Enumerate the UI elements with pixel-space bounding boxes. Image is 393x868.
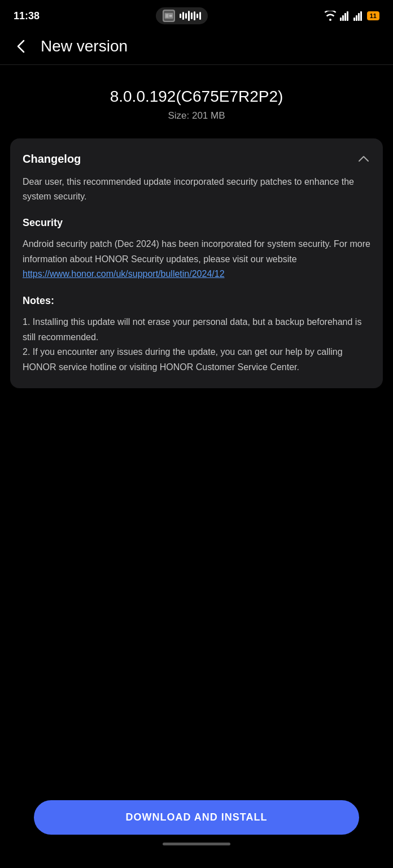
svg-rect-2 xyxy=(165,14,168,18)
svg-rect-9 xyxy=(356,15,357,21)
battery-icon: 11 xyxy=(367,11,379,20)
svg-rect-10 xyxy=(358,13,360,21)
security-section-title: Security xyxy=(23,217,370,229)
notes-section-title: Notes: xyxy=(23,295,370,307)
version-section: 8.0.0.192(C675E7R2P2) Size: 201 MB xyxy=(0,65,393,138)
notes-text: 1. Installing this update will not erase… xyxy=(23,315,370,375)
svg-rect-11 xyxy=(360,11,362,21)
status-avatar xyxy=(163,10,175,22)
wifi-icon xyxy=(324,11,337,21)
status-bar: 11:38 xyxy=(0,0,393,28)
changelog-card: Changelog Dear user, this recommended up… xyxy=(10,138,383,388)
status-icons: 11 xyxy=(324,11,379,21)
security-link[interactable]: https://www.honor.com/uk/support/bulleti… xyxy=(23,269,225,279)
svg-rect-3 xyxy=(169,15,172,16)
svg-rect-6 xyxy=(344,13,346,21)
signal-icon-1 xyxy=(340,11,350,21)
svg-rect-5 xyxy=(342,15,344,21)
notes-content: 1. Installing this update will not erase… xyxy=(23,317,361,371)
svg-rect-7 xyxy=(347,11,348,21)
back-button[interactable] xyxy=(11,36,32,57)
svg-rect-8 xyxy=(353,18,355,21)
main-content: 8.0.0.192(C675E7R2P2) Size: 201 MB Chang… xyxy=(0,65,393,462)
svg-rect-4 xyxy=(340,18,342,21)
security-text-content: Android security patch (Dec 2024) has be… xyxy=(23,239,370,263)
changelog-header: Changelog xyxy=(23,152,370,166)
battery-level: 11 xyxy=(370,12,377,19)
download-section: DOWNLOAD AND INSTALL xyxy=(0,789,393,868)
signal-icon-2 xyxy=(353,11,364,21)
page-header: New version xyxy=(0,28,393,65)
version-number: 8.0.0.192(C675E7R2P2) xyxy=(11,88,382,106)
page-title: New version xyxy=(41,37,128,55)
status-center xyxy=(156,7,208,24)
status-time: 11:38 xyxy=(14,10,40,22)
version-size: Size: 201 MB xyxy=(11,110,382,121)
security-text: Android security patch (Dec 2024) has be… xyxy=(23,237,370,281)
audio-waves-icon xyxy=(180,11,201,21)
collapse-button[interactable] xyxy=(357,152,370,166)
home-indicator xyxy=(163,843,230,845)
changelog-title: Changelog xyxy=(23,153,81,166)
download-install-button[interactable]: DOWNLOAD AND INSTALL xyxy=(34,800,359,835)
changelog-intro: Dear user, this recommended update incor… xyxy=(23,175,370,203)
